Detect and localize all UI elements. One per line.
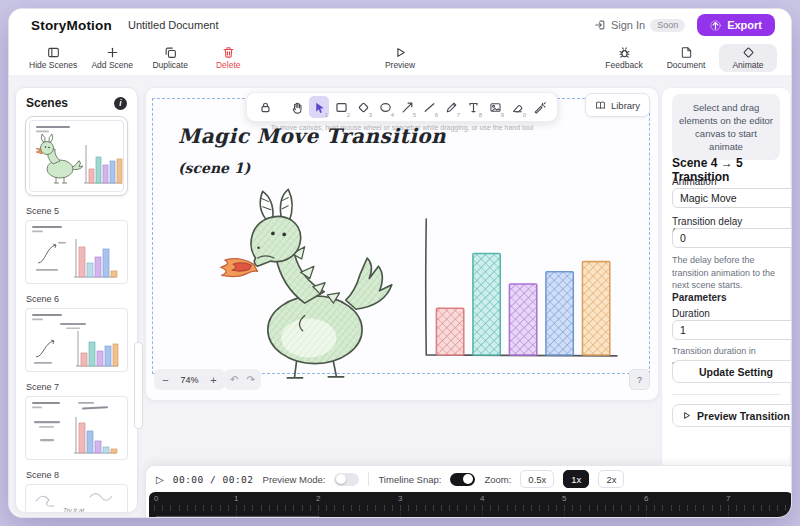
outro-line-1: Try it at	[63, 507, 85, 513]
hide-scenes-label: Hide Scenes	[29, 60, 77, 70]
document-name[interactable]: Untitled Document	[128, 19, 219, 31]
text-tool[interactable]: 8	[463, 96, 483, 118]
image-tool[interactable]: 9	[485, 96, 505, 118]
scene-7-thumbnail	[26, 397, 121, 459]
info-icon[interactable]: i	[114, 97, 127, 110]
ruler-2: 2	[316, 494, 320, 503]
scene-8-thumbnail: Try it at StoryMotion.video	[26, 485, 121, 513]
canvas-subtitle-text[interactable]: (scene 1)	[178, 160, 250, 176]
scene-5-item[interactable]	[25, 220, 128, 284]
laser-tool[interactable]	[529, 96, 549, 118]
preview-transition-button[interactable]: Preview Transition	[672, 404, 792, 427]
ruler-5: 5	[562, 494, 566, 503]
line-tool[interactable]: 6	[419, 96, 439, 118]
duration-input[interactable]	[672, 320, 792, 340]
scene-4-item-selected[interactable]	[25, 116, 128, 196]
scene-6-item[interactable]	[25, 308, 128, 372]
scene-8-item[interactable]: Try it at StoryMotion.video	[25, 484, 128, 513]
sidebar-scrollbar[interactable]	[134, 342, 143, 429]
hand-tool[interactable]	[287, 96, 307, 118]
timeline-zoom-label: Zoom:	[484, 474, 511, 485]
zoom-out-button[interactable]: −	[158, 374, 173, 386]
timeline-panel: ▷ 00:00 / 00:02 Preview Mode: Timeline S…	[145, 465, 792, 518]
dragon-drawing[interactable]	[194, 176, 399, 381]
timeline-snap-toggle[interactable]	[450, 473, 475, 486]
bug-icon	[618, 46, 631, 59]
timeline-play-button[interactable]: ▷	[156, 474, 164, 485]
delete-label: Delete	[216, 60, 241, 70]
sign-in-label: Sign In	[611, 19, 645, 31]
timeline-snap-label: Timeline Snap:	[378, 474, 441, 485]
sign-in-button[interactable]: Sign In Soon	[594, 19, 685, 32]
timeline-zoom-2x[interactable]: 2x	[598, 470, 624, 488]
document-button[interactable]: Document	[657, 44, 715, 72]
ruler-6: 6	[644, 494, 648, 503]
app-logo: StoryMotion	[31, 18, 112, 33]
hide-scenes-button[interactable]: Hide Scenes	[23, 44, 83, 72]
preview-label: Preview	[385, 60, 415, 70]
library-book-icon	[595, 100, 606, 111]
timeline-track-area[interactable]: 0 1 2 3 4 5 6 7 stroke-wiggle 2.01s	[149, 492, 792, 518]
scene-6-label: Scene 6	[26, 294, 128, 304]
ruler-3: 3	[398, 494, 402, 503]
timeline-toolbar: ▷ 00:00 / 00:02 Preview Mode: Timeline S…	[146, 466, 792, 492]
cursor-icon	[313, 101, 326, 114]
ruler-1: 1	[234, 494, 238, 503]
lock-tool[interactable]	[255, 96, 275, 118]
pencil-icon	[445, 101, 458, 114]
preview-mode-label: Preview Mode:	[263, 474, 326, 485]
update-setting-button[interactable]: Update Setting	[672, 360, 792, 383]
feedback-button[interactable]: Feedback	[595, 44, 653, 72]
preview-button[interactable]: Preview	[371, 44, 429, 72]
canvas-title-text[interactable]: Magic Move Transition	[178, 124, 446, 148]
history-controls: ↶ ↷	[224, 369, 261, 390]
animation-select[interactable]: Magic Move	[672, 188, 792, 208]
library-button[interactable]: Library	[585, 93, 650, 117]
draw-tool[interactable]: 7	[441, 96, 461, 118]
soon-badge: Soon	[650, 19, 685, 32]
trash-icon	[222, 46, 235, 59]
eraser-icon	[511, 101, 524, 114]
select-tool[interactable]: 1	[309, 96, 329, 118]
zoom-in-button[interactable]: +	[206, 374, 221, 386]
transition-panel: Select and drag elements on the editor c…	[661, 87, 791, 491]
editor-canvas[interactable]: 1 2 3 4 5 6 7 8 9 0 Library To move canv…	[145, 87, 659, 401]
delete-button[interactable]: Delete	[199, 44, 257, 72]
ruler-0: 0	[154, 494, 158, 503]
duplicate-button[interactable]: Duplicate	[141, 44, 199, 72]
animation-label: Animation	[672, 176, 780, 187]
canvas-toolbar: 1 2 3 4 5 6 7 8 9 0	[246, 92, 558, 122]
canvas-help-button[interactable]: ?	[629, 369, 650, 390]
animate-label: Animate	[732, 60, 763, 70]
plus-icon	[106, 46, 119, 59]
zoom-level[interactable]: 74%	[177, 375, 202, 385]
diamond-tool[interactable]: 3	[353, 96, 373, 118]
laser-pointer-icon	[533, 101, 546, 114]
panel-hint: Select and drag elements on the editor c…	[672, 94, 780, 160]
add-scene-label: Add Scene	[91, 60, 133, 70]
scene-7-item[interactable]	[25, 396, 128, 460]
timeline-divider	[368, 472, 369, 486]
ellipse-tool[interactable]: 4	[375, 96, 395, 118]
image-icon	[489, 101, 502, 114]
scene-7-label: Scene 7	[26, 382, 128, 392]
animate-button[interactable]: Animate	[719, 44, 777, 72]
storymotion-app: StoryMotion Untitled Document Sign In So…	[0, 0, 800, 526]
timeline-zoom-0.5x[interactable]: 0.5x	[520, 470, 554, 488]
canvas-zoom-controls: − 74% +	[154, 369, 225, 390]
play-small-icon	[682, 411, 691, 420]
redo-button[interactable]: ↷	[246, 374, 254, 385]
rectangle-tool[interactable]: 2	[331, 96, 351, 118]
delay-input[interactable]	[672, 228, 792, 248]
undo-button[interactable]: ↶	[230, 374, 238, 385]
eraser-tool[interactable]: 0	[507, 96, 527, 118]
arrow-tool[interactable]: 5	[397, 96, 417, 118]
preview-mode-toggle[interactable]	[334, 473, 359, 486]
add-scene-button[interactable]: Add Scene	[83, 44, 141, 72]
export-button[interactable]: Export	[697, 14, 775, 36]
stroke-wiggle-track[interactable]: stroke-wiggle 2.01s	[154, 516, 321, 518]
timeline-zoom-1x[interactable]: 1x	[563, 470, 589, 488]
sketch-bar-chart[interactable]	[408, 210, 623, 368]
diamond-shape-icon	[357, 101, 370, 114]
delay-help: The delay before the transition animatio…	[672, 254, 780, 292]
